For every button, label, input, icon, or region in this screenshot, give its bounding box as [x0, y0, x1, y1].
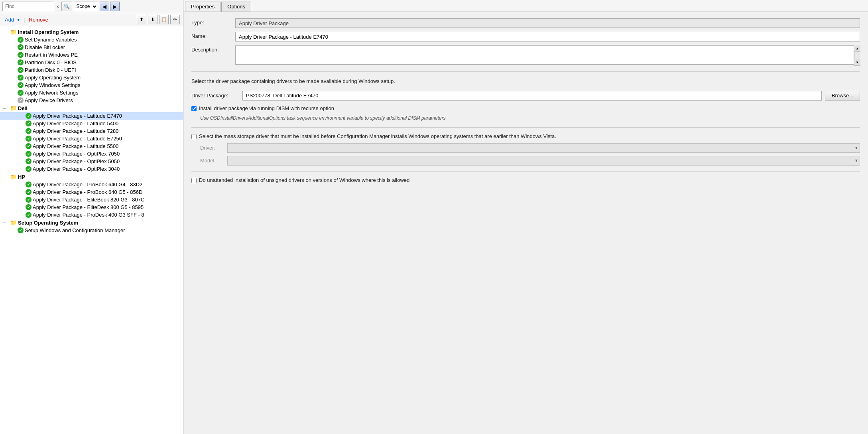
tree-item-hp-elitedesk800g5[interactable]: ✔Apply Driver Package - EliteDesk 800 G5… — [0, 203, 183, 211]
tree-item-restart-winpe[interactable]: ✔Restart in Windows PE — [0, 51, 183, 59]
find-input[interactable] — [2, 2, 54, 11]
green-check-icon: ✔ — [26, 197, 31, 203]
dism-checkbox[interactable] — [191, 106, 197, 111]
tree-item-label: Apply Driver Package - Latitude E7470 — [33, 113, 122, 119]
scope-select[interactable]: Scope — [74, 2, 98, 11]
green-check-icon: ✔ — [18, 37, 24, 43]
green-check-icon: ✔ — [26, 166, 31, 172]
tree-item-dell-optiplex7050[interactable]: ✔Apply Driver Package - OptiPlex 7050 — [0, 150, 183, 158]
remove-button[interactable]: Remove — [27, 16, 49, 24]
driver-package-label: Driver Package: — [191, 93, 239, 99]
browse-button[interactable]: Browse... — [825, 91, 860, 101]
add-button[interactable]: Add — [3, 16, 16, 24]
tree-item-setup-os[interactable]: ─📁Setup Operating System — [0, 219, 183, 227]
green-check-icon: ✔ — [26, 128, 31, 134]
tree-item-dell-5400[interactable]: ✔Apply Driver Package - Latitude 5400 — [0, 120, 183, 127]
description-wrapper: ▲ ▼ — [235, 45, 860, 66]
driver-select[interactable] — [227, 143, 860, 153]
edit-icon[interactable]: ✏ — [170, 15, 180, 24]
tab-options[interactable]: Options — [221, 2, 251, 12]
tree-item-apply-net-settings[interactable]: ✔Apply Network Settings — [0, 89, 183, 97]
add-dropdown-arrow[interactable]: ▼ — [16, 17, 21, 23]
tree-item-hp-elitebook820g3[interactable]: ✔Apply Driver Package - EliteBook 820 G3… — [0, 196, 183, 203]
nav-arrows: ◀ ▶ — [100, 2, 120, 11]
tree-item-label: Disable BitLocker — [25, 44, 65, 50]
tree-item-label: Apply Driver Package - OptiPlex 7050 — [33, 151, 120, 157]
tree-item-dell-7280[interactable]: ✔Apply Driver Package - Latitude 7280 — [0, 127, 183, 135]
tree-item-hp-prodesk400g3[interactable]: ✔Apply Driver Package - ProDesk 400 G3 S… — [0, 211, 183, 219]
divider-3 — [191, 171, 860, 172]
green-check-icon: ✔ — [26, 120, 31, 126]
checkbox-mass-storage-row: Select the mass storage driver that must… — [191, 133, 860, 139]
tree-item-apply-device-drivers[interactable]: ✔Apply Device Drivers — [0, 97, 183, 104]
expand-icon[interactable]: ─ — [3, 106, 9, 110]
expand-icon[interactable]: ─ — [3, 220, 9, 225]
scrollbar-up[interactable]: ▲ — [854, 45, 860, 52]
tree-item-label: Setup Operating System — [18, 220, 78, 226]
nav-forward-button[interactable]: ▶ — [110, 2, 120, 11]
model-select[interactable] — [227, 156, 860, 166]
tree-item-disable-bitlocker[interactable]: ✔Disable BitLocker — [0, 43, 183, 51]
tree-item-label: Apply Operating System — [25, 75, 81, 81]
green-check-icon: ✔ — [18, 90, 24, 96]
folder-icon: 📁 — [10, 105, 17, 111]
green-check-icon: ✔ — [18, 82, 24, 88]
green-check-icon: ✔ — [26, 189, 31, 195]
tree-item-partition-uefi[interactable]: ✔Partition Disk 0 - UEFI — [0, 66, 183, 74]
tree-item-dell-e7250[interactable]: ✔Apply Driver Package - Latitude E7250 — [0, 135, 183, 142]
divider-2 — [191, 127, 860, 128]
driver-package-input[interactable] — [242, 91, 822, 101]
tree-item-dell[interactable]: ─📁Dell — [0, 104, 183, 112]
tree-item-hp[interactable]: ─📁HP — [0, 173, 183, 181]
tree-item-apply-win-settings[interactable]: ✔Apply Windows Settings — [0, 81, 183, 89]
tree-item-label: Dell — [18, 105, 28, 111]
green-check-icon: ✔ — [18, 44, 24, 50]
mass-storage-checkbox[interactable] — [191, 134, 197, 139]
expand-icon[interactable]: ─ — [3, 30, 9, 34]
description-info-text: Select the driver package containing dri… — [191, 77, 860, 85]
description-textarea[interactable] — [235, 45, 860, 65]
tree-item-setup-windows[interactable]: ✔Setup Windows and Configuration Manager — [0, 227, 183, 234]
move-down-icon[interactable]: ⬇ — [148, 15, 157, 24]
find-search-button[interactable]: 🔍 — [61, 2, 72, 11]
tree-item-hp-probook640g5[interactable]: ✔Apply Driver Package - ProBook 640 G5 -… — [0, 188, 183, 196]
tree-item-dell-e7470[interactable]: ✔Apply Driver Package - Latitude E7470 — [0, 112, 183, 120]
divider-1 — [191, 71, 860, 72]
tree-item-label: Apply Driver Package - ProBook 640 G5 - … — [33, 189, 142, 195]
description-label: Description: — [191, 45, 235, 53]
tree-item-dell-optiplex5050[interactable]: ✔Apply Driver Package - OptiPlex 5050 — [0, 158, 183, 165]
green-check-icon: ✔ — [18, 75, 24, 81]
tree-item-set-dynamic[interactable]: ✔Set Dynamic Variables — [0, 36, 183, 43]
properties-icon[interactable]: 📋 — [159, 15, 169, 24]
tree-item-label: Apply Driver Package - OptiPlex 3040 — [33, 166, 120, 172]
nav-back-button[interactable]: ◀ — [100, 2, 109, 11]
dism-note: Use OSDInstallDriversAdditionalOptions t… — [200, 115, 860, 121]
tree-item-partition-bios[interactable]: ✔Partition Disk 0 - BIOS — [0, 59, 183, 66]
model-row: Model: ▼ — [200, 156, 860, 166]
move-up-icon[interactable]: ⬆ — [137, 15, 146, 24]
left-panel: x 🔍 Scope ◀ ▶ Add ▼ | Remove ⬆ ⬇ 📋 ✏ — [0, 0, 183, 434]
tree-item-install-os[interactable]: ─📁Install Operating System — [0, 28, 183, 36]
tree-item-label: Apply Driver Package - Latitude 7280 — [33, 128, 118, 134]
green-check-icon: ✔ — [26, 143, 31, 149]
expand-icon[interactable]: ─ — [3, 174, 9, 179]
type-value: Apply Driver Package — [235, 18, 860, 28]
type-label: Type: — [191, 18, 235, 26]
green-check-icon: ✔ — [26, 158, 31, 164]
tree-item-label: Apply Windows Settings — [25, 82, 80, 88]
scrollbar-down[interactable]: ▼ — [854, 59, 860, 66]
tab-properties[interactable]: Properties — [185, 2, 220, 12]
tree-item-dell-optiplex3040[interactable]: ✔Apply Driver Package - OptiPlex 3040 — [0, 165, 183, 173]
tree-item-label: Setup Windows and Configuration Manager — [25, 227, 125, 233]
unsigned-drivers-checkbox[interactable] — [191, 178, 197, 183]
checkbox-dism-row: Install driver package via running DISM … — [191, 105, 860, 111]
tree-item-hp-probook640g4[interactable]: ✔Apply Driver Package - ProBook 640 G4 -… — [0, 181, 183, 188]
find-clear-button[interactable]: x — [56, 4, 60, 9]
tree-item-label: Apply Driver Package - OptiPlex 5050 — [33, 158, 120, 164]
green-check-icon: ✔ — [26, 113, 31, 119]
tree-item-dell-5500[interactable]: ✔Apply Driver Package - Latitude 5500 — [0, 142, 183, 150]
properties-panel: Type: Apply Driver Package Name: Descrip… — [183, 12, 868, 434]
tree-item-apply-os[interactable]: ✔Apply Operating System — [0, 74, 183, 81]
name-input[interactable] — [235, 32, 860, 41]
type-row: Type: Apply Driver Package — [191, 18, 860, 28]
